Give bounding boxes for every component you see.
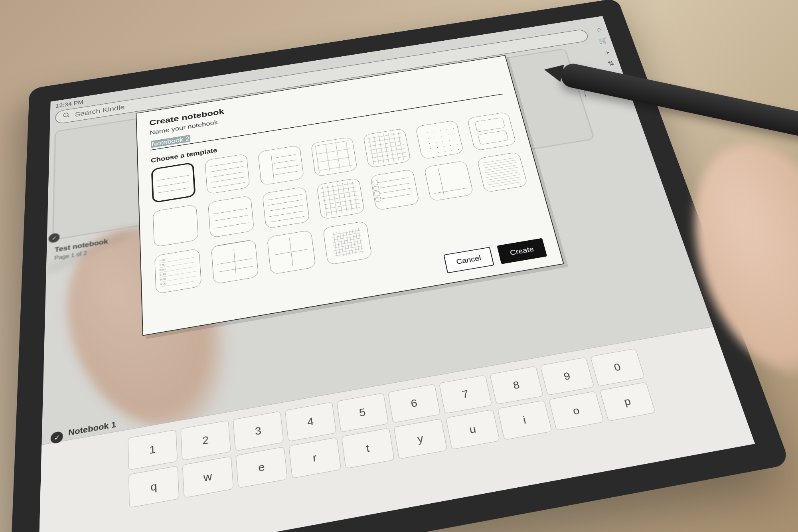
key-r[interactable]: r xyxy=(288,437,341,479)
key-u[interactable]: u xyxy=(446,409,500,450)
template-lines-wide[interactable] xyxy=(207,195,254,238)
template-blank-lines-sparse[interactable] xyxy=(151,162,196,203)
key-5[interactable]: 5 xyxy=(336,393,389,432)
key-8[interactable]: 8 xyxy=(490,366,543,405)
key-i[interactable]: i xyxy=(497,400,552,440)
key-7[interactable]: 7 xyxy=(439,375,492,413)
search-placeholder: Search Kindle xyxy=(75,103,125,118)
key-p[interactable]: p xyxy=(600,382,656,421)
template-two-box[interactable] xyxy=(467,112,517,151)
template-grid-large[interactable] xyxy=(310,136,358,176)
device-bezel: 12:34 PM Search Kindle ⌂ 🛒 ＋ ⇅ ⋮ The qui… xyxy=(9,0,790,532)
key-w[interactable]: w xyxy=(182,456,234,498)
search-icon xyxy=(63,112,71,121)
template-lines-dense[interactable] xyxy=(262,186,310,229)
template-dots[interactable] xyxy=(415,120,464,160)
template-checklist[interactable] xyxy=(370,169,419,210)
key-2[interactable]: 2 xyxy=(180,420,231,461)
template-four-quadrant[interactable] xyxy=(267,230,316,275)
template-cornell[interactable] xyxy=(424,160,474,202)
svg-line-1 xyxy=(67,116,69,117)
template-graph-small[interactable] xyxy=(322,221,372,265)
key-6[interactable]: 6 xyxy=(388,384,440,423)
template-two-col-lines[interactable] xyxy=(211,239,259,284)
key-o[interactable]: o xyxy=(549,391,604,431)
home-icon[interactable]: ⌂ xyxy=(593,26,604,34)
key-4[interactable]: 4 xyxy=(285,402,336,442)
cancel-button[interactable]: Cancel xyxy=(443,247,494,273)
key-3[interactable]: 3 xyxy=(233,411,284,451)
create-button[interactable]: Create xyxy=(497,238,547,264)
template-grid-dense[interactable] xyxy=(316,178,365,220)
key-1[interactable]: 1 xyxy=(128,429,178,470)
template-lines-margin[interactable] xyxy=(258,145,304,186)
template-lines-medium[interactable] xyxy=(205,154,250,194)
key-9[interactable]: 9 xyxy=(540,357,594,396)
template-blank[interactable] xyxy=(153,204,199,247)
template-dense-lines[interactable] xyxy=(477,152,528,193)
key-y[interactable]: y xyxy=(394,419,448,459)
cart-icon[interactable]: 🛒 xyxy=(597,37,608,45)
template-schedule[interactable]: 7:007:308:008:309:009:30 xyxy=(154,249,201,294)
key-e[interactable]: e xyxy=(236,447,288,488)
key-0[interactable]: 0 xyxy=(590,348,645,386)
sync-check-icon: ✓ xyxy=(48,233,59,243)
key-t[interactable]: t xyxy=(341,428,394,469)
svg-point-0 xyxy=(63,113,68,117)
notebook-name-value: Notebook 2 xyxy=(151,135,190,148)
template-grid-medium[interactable] xyxy=(363,129,411,168)
key-q[interactable]: q xyxy=(128,466,179,508)
